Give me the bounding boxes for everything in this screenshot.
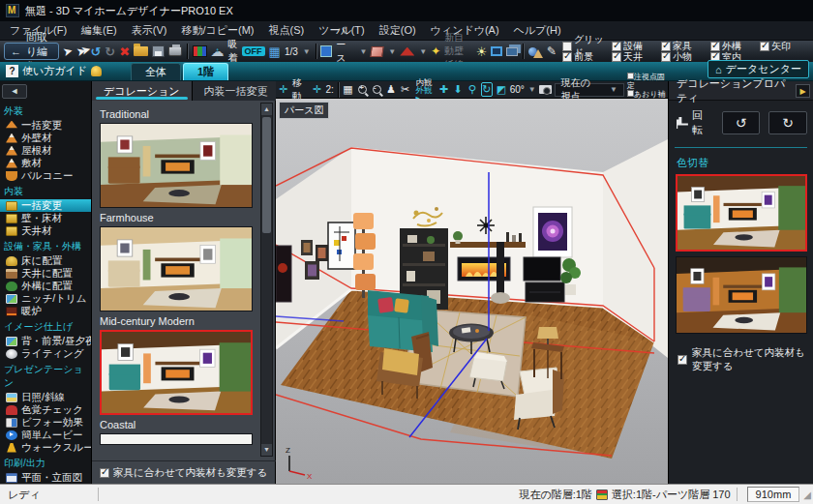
- menu-settings[interactable]: 設定(O): [379, 23, 416, 38]
- redo-icon[interactable]: ↻: [105, 44, 115, 59]
- tab-whole-building[interactable]: 全体: [131, 63, 181, 80]
- clip-icon[interactable]: ✂: [400, 83, 411, 96]
- toggle-arrow[interactable]: 矢印: [760, 42, 809, 51]
- open-folder-icon[interactable]: [134, 44, 148, 59]
- sidebar-item-ceiling-material[interactable]: 天井材: [0, 224, 91, 237]
- style-thumbnail-farmhouse[interactable]: [100, 226, 253, 311]
- style-list-scrollbar[interactable]: ▲ ▼: [260, 103, 273, 457]
- perspective-view-icon[interactable]: [320, 44, 332, 59]
- fix-gaze-checkbox[interactable]: [627, 73, 634, 79]
- scroll-down-button[interactable]: ▼: [261, 444, 272, 456]
- sidebar-item-place-exterior[interactable]: 外構に配置: [0, 280, 91, 292]
- usage-guide-button[interactable]: ? 使い方ガイド: [6, 64, 102, 78]
- person-viewpoint-icon[interactable]: ✛: [312, 83, 323, 96]
- undo-icon[interactable]: ↺: [90, 44, 101, 59]
- arrow-checkbox[interactable]: [760, 42, 769, 51]
- sidebar-item-interior-batch[interactable]: 一括変更: [0, 199, 91, 212]
- current-viewpoint-select[interactable]: 現在の視点▼: [555, 83, 624, 97]
- color-variant-2[interactable]: [676, 256, 807, 334]
- match-interior-checkbox-right[interactable]: [678, 355, 687, 365]
- interior-exterior-toggle[interactable]: 内観 外観▸: [416, 78, 434, 102]
- grid-checkbox[interactable]: [562, 42, 572, 51]
- equipment-checkbox[interactable]: [612, 42, 621, 51]
- menu-edit[interactable]: 編集(E): [81, 23, 117, 38]
- 3d-data-icon[interactable]: [193, 44, 207, 59]
- collapse-panel-button[interactable]: ▶: [796, 84, 810, 98]
- style-thumbnail-traditional[interactable]: [100, 123, 253, 208]
- zoom-out-icon[interactable]: -: [371, 84, 382, 96]
- sidebar-item-roof-material[interactable]: 屋根材: [0, 144, 91, 157]
- scroll-thumb[interactable]: [262, 117, 271, 233]
- menu-help[interactable]: ヘルプ(H): [514, 23, 561, 38]
- sidebar-item-color-check[interactable]: 色覚チェック: [0, 403, 91, 416]
- print-icon[interactable]: [168, 44, 182, 59]
- menu-viewpoint[interactable]: 視点(S): [268, 23, 304, 38]
- 3d-box-icon[interactable]: [371, 44, 383, 59]
- sidebar-item-wall-material[interactable]: 外壁材: [0, 132, 91, 144]
- pan-icon[interactable]: ✚: [437, 83, 449, 96]
- menu-view[interactable]: 表示(V): [132, 23, 167, 38]
- sidebar-item-exterior-batch[interactable]: 一括変更: [0, 119, 91, 132]
- grid-view-icon[interactable]: ▦: [343, 83, 354, 96]
- rotate-cw-button[interactable]: ↻: [768, 111, 807, 134]
- scroll-up-button[interactable]: ▲: [261, 104, 272, 115]
- rotate-ccw-button[interactable]: ↺: [722, 111, 761, 134]
- sidebar-item-background[interactable]: 背・前景/昼夕夜: [0, 335, 91, 347]
- menu-move-copy[interactable]: 移動/コピー(M): [181, 23, 254, 38]
- sidebar-item-niche-trim[interactable]: ニッチ/トリム: [0, 292, 91, 305]
- tab-interior-batch-change[interactable]: 内装一括変更: [193, 81, 281, 101]
- move-down-icon[interactable]: ⬇: [452, 83, 464, 96]
- style-thumbnail-coastal[interactable]: [100, 433, 253, 445]
- collapse-sidebar-button[interactable]: ◄: [2, 84, 27, 99]
- small-items-checkbox[interactable]: [661, 52, 671, 62]
- orbit-icon-active[interactable]: ↻: [481, 82, 493, 97]
- ceiling-checkbox[interactable]: [612, 52, 621, 62]
- sidebar-item-lighting[interactable]: ライティング: [0, 347, 91, 360]
- move-viewpoint-icon[interactable]: ✛: [278, 83, 289, 96]
- sidebar-item-wall-floor-material[interactable]: 壁・床材: [0, 212, 91, 224]
- snap-off-badge[interactable]: OFF: [242, 46, 265, 56]
- place-person-icon[interactable]: ♟: [385, 83, 397, 96]
- grid-scale-value[interactable]: 1/3: [285, 46, 298, 57]
- sidebar-item-balcony[interactable]: バルコニー: [0, 169, 91, 182]
- tab-first-floor[interactable]: 1階: [183, 63, 228, 80]
- zoom-in-icon[interactable]: +: [356, 84, 368, 96]
- sidebar-item-before-effect[interactable]: ビフォー効果: [0, 416, 91, 429]
- sidebar-item-easy-movie[interactable]: 簡単ムービー: [0, 429, 91, 441]
- sidebar-item-walkthrough[interactable]: ウォークスルー: [0, 441, 91, 454]
- snap-label[interactable]: 吸着: [228, 38, 238, 65]
- primitive-shapes-icon[interactable]: [528, 44, 543, 59]
- tilt-angle-icon[interactable]: ◩: [496, 83, 507, 96]
- grid-scale-icon[interactable]: ▦: [269, 44, 281, 59]
- exterior-checkbox[interactable]: [710, 42, 720, 51]
- toggle-foreground[interactable]: 前景: [562, 52, 612, 62]
- sidebar-item-sunlight[interactable]: 日照/斜線: [0, 391, 91, 403]
- camera-icon[interactable]: [539, 85, 552, 94]
- save-icon[interactable]: [152, 44, 165, 59]
- toggle-ceiling[interactable]: 天井: [612, 52, 661, 62]
- select-cursor-icon[interactable]: ➤: [61, 43, 75, 60]
- delete-icon[interactable]: ✖: [119, 44, 130, 59]
- cloud-upload-icon[interactable]: ☁↑: [211, 44, 225, 59]
- pencil-icon[interactable]: ✎: [547, 44, 557, 59]
- toggle-small-items[interactable]: 小物: [661, 52, 710, 62]
- furniture-checkbox[interactable]: [661, 42, 671, 51]
- back-to-floorplan-button[interactable]: ← 間取り編集へ: [4, 43, 59, 60]
- color-variant-1-selected[interactable]: [676, 174, 807, 252]
- resize-grip[interactable]: ◢: [803, 489, 811, 500]
- tilt-angle-value[interactable]: 60°: [510, 84, 525, 95]
- roof-display-icon[interactable]: [400, 44, 414, 59]
- match-interior-checkbox[interactable]: [100, 468, 109, 478]
- selection-frame-icon[interactable]: [491, 44, 502, 59]
- brightness-icon[interactable]: ☀: [476, 44, 488, 59]
- sidebar-item-place-ceiling[interactable]: 天井に配置: [0, 267, 91, 280]
- sidebar-item-place-floor[interactable]: 床に配置: [0, 254, 91, 267]
- foreground-checkbox[interactable]: [562, 52, 572, 62]
- walk-icon[interactable]: ⚲: [467, 83, 478, 96]
- multi-select-cursor-icon[interactable]: ➤➤: [75, 43, 88, 60]
- magic-wand-icon[interactable]: ✦: [431, 44, 440, 59]
- cascade-windows-icon[interactable]: [506, 44, 518, 59]
- tab-decoration[interactable]: デコレーション: [92, 81, 193, 101]
- tilt-correction-checkbox[interactable]: [627, 90, 634, 97]
- sidebar-item-fireplace[interactable]: 暖炉: [0, 305, 91, 317]
